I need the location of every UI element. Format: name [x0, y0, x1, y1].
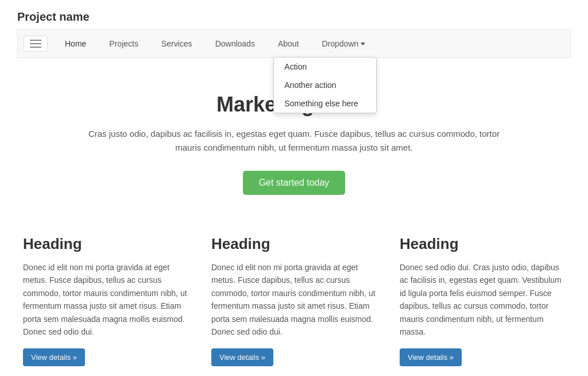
project-name: Project name: [0, 0, 588, 29]
nav-link-projects[interactable]: Projects: [98, 30, 150, 57]
view-details-button-2[interactable]: View details »: [211, 348, 273, 366]
feature-text-2: Donec id elit non mi porta gravida at eg…: [211, 261, 377, 338]
feature-heading-3: Heading: [400, 235, 565, 253]
navbar: Home Projects Services Downloads About D…: [17, 29, 571, 58]
features-section: Heading Donec id elit non mi porta gravi…: [0, 224, 588, 376]
dropdown-label: Dropdown: [322, 39, 358, 48]
view-details-button-3[interactable]: View details »: [400, 348, 462, 366]
feature-heading-2: Heading: [211, 235, 377, 253]
nav-item-about: About: [266, 30, 311, 57]
hamburger-line: [30, 40, 41, 41]
dropdown-caret-icon: [361, 43, 365, 45]
nav-item-dropdown: Dropdown Action Another action Something…: [310, 30, 377, 57]
feature-text-3: Donec sed odio dui. Cras justo odio, dap…: [400, 261, 565, 338]
feature-heading-1: Heading: [23, 235, 188, 253]
dropdown-link-another-action[interactable]: Another action: [274, 76, 376, 94]
feature-col-2: Heading Donec id elit non mi porta gravi…: [200, 235, 388, 366]
navbar-toggle[interactable]: [24, 36, 48, 52]
hamburger-line: [30, 47, 41, 48]
hero-text: Cras justo odio, dapibus ac facilisis in…: [79, 127, 509, 155]
dropdown-menu: Action Another action Something else her…: [273, 57, 377, 113]
nav-link-about[interactable]: About: [266, 30, 311, 57]
nav-item-downloads: Downloads: [204, 30, 266, 57]
view-details-button-1[interactable]: View details »: [23, 348, 85, 366]
dropdown-item-action: Action: [274, 57, 376, 76]
feature-col-3: Heading Donec sed odio dui. Cras justo o…: [388, 235, 571, 366]
nav-link-downloads[interactable]: Downloads: [204, 30, 266, 57]
dropdown-item-something-else: Something else here: [274, 94, 376, 113]
nav-item-home: Home: [53, 30, 98, 57]
dropdown-link-action[interactable]: Action: [274, 57, 376, 76]
nav-link-services[interactable]: Services: [150, 30, 204, 57]
hamburger-line: [30, 43, 41, 44]
dropdown-item-another-action: Another action: [274, 76, 376, 94]
nav-links: Home Projects Services Downloads About D…: [53, 30, 377, 57]
nav-item-projects: Projects: [98, 30, 150, 57]
dropdown-link-something-else[interactable]: Something else here: [274, 94, 376, 113]
feature-text-1: Donec id elit non mi porta gravida at eg…: [23, 261, 188, 338]
dropdown-toggle[interactable]: Dropdown: [310, 30, 377, 57]
nav-item-services: Services: [150, 30, 204, 57]
feature-col-1: Heading Donec id elit non mi porta gravi…: [17, 235, 200, 366]
get-started-button[interactable]: Get started today: [243, 171, 346, 195]
nav-link-home[interactable]: Home: [53, 30, 98, 57]
